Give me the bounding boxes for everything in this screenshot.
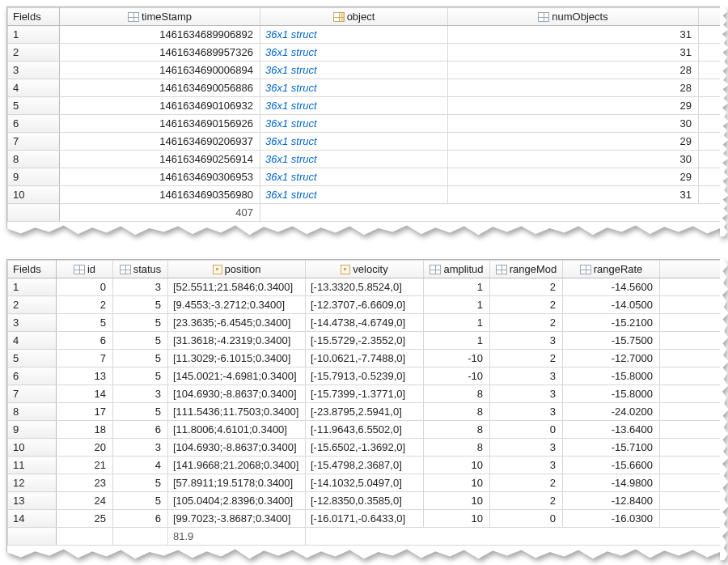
cell-status[interactable]: 3 — [113, 385, 168, 403]
row-index[interactable]: 5 — [8, 350, 57, 367]
table-row[interactable]: 9186[11.8006;4.6101;0.3400][-11.9643,6.5… — [8, 421, 721, 439]
table-row[interactable]: 8146163469025691436x1 struct30 — [8, 151, 721, 168]
cell-position[interactable]: [99.7023;-3.8687;0.3400] — [168, 510, 306, 528]
cell-position[interactable]: [104.6930;-8.8637;0.3400] — [168, 439, 306, 457]
cell-velocity[interactable]: [-15.7399,-1.3771,0] — [306, 385, 424, 403]
cell-rangerate[interactable]: -15.8000 — [563, 385, 660, 403]
cell-object[interactable]: 36x1 struct — [260, 186, 448, 204]
row-index[interactable]: 11 — [8, 457, 57, 474]
row-index[interactable]: 5 — [8, 97, 60, 115]
cell-rangerate[interactable]: -14.0500 — [563, 296, 660, 314]
col-position[interactable]: position — [168, 261, 306, 278]
cell-timestamp[interactable]: 1461634690156926 — [60, 115, 260, 133]
cell-velocity[interactable]: [-11.9643,6.5502,0] — [306, 421, 424, 439]
row-index[interactable]: 7 — [8, 133, 60, 151]
cell-velocity[interactable]: [-15.7913,-0.5239,0] — [306, 367, 424, 385]
row-index[interactable]: 6 — [8, 115, 60, 133]
cell-id[interactable]: 21 — [57, 457, 113, 474]
cell-status[interactable]: 3 — [113, 439, 168, 457]
table-row[interactable]: 2146163468995732636x1 struct31 — [8, 44, 721, 62]
cell-timestamp[interactable]: 1461634690006894 — [60, 62, 260, 79]
cell-numobjects[interactable]: 29 — [448, 97, 699, 115]
row-index[interactable]: 1 — [8, 26, 60, 44]
cell-id[interactable]: 6 — [57, 332, 113, 350]
table-row[interactable]: 103[52.5511;21.5846;0.3400][-13.3320,5.8… — [8, 278, 721, 296]
cell-object[interactable]: 36x1 struct — [260, 133, 448, 151]
cell-rangemode[interactable]: 3 — [490, 367, 563, 385]
cell-status[interactable]: 5 — [113, 492, 168, 510]
cell-position[interactable]: [11.3029;-6.1015;0.3400] — [168, 350, 306, 367]
cell-rangerate[interactable]: -15.6600 — [563, 457, 660, 474]
col-rangemode[interactable]: rangeMod — [490, 261, 563, 278]
row-index[interactable]: 4 — [8, 332, 57, 350]
cell-timestamp[interactable]: 1461634690306953 — [60, 168, 260, 186]
row-index[interactable]: 12 — [8, 474, 57, 492]
cell-id[interactable]: 17 — [57, 403, 113, 421]
cell-amplitude[interactable]: 1 — [424, 296, 490, 314]
cell-object[interactable]: 36x1 struct — [260, 79, 448, 97]
table-row[interactable]: 7143[104.6930;-8.8637;0.3400][-15.7399,-… — [8, 385, 721, 403]
cell-velocity[interactable]: [-15.6502,-1.3692,0] — [306, 439, 424, 457]
cell-rangerate[interactable]: -24.0200 — [563, 403, 660, 421]
cell-status[interactable]: 5 — [113, 314, 168, 332]
col-object[interactable]: object — [260, 8, 448, 26]
cell-id[interactable]: 2 — [57, 296, 113, 314]
table-row[interactable]: 1146163468990689236x1 struct31 — [8, 26, 721, 44]
cell-status[interactable]: 5 — [113, 367, 168, 385]
table-row[interactable]: 3146163469000689436x1 struct28 — [8, 62, 721, 79]
cell-rangerate[interactable]: -15.2100 — [563, 314, 660, 332]
cell-id[interactable]: 5 — [57, 314, 113, 332]
table-row[interactable]: 8175[111.5436;11.7503;0.3400][-23.8795,2… — [8, 403, 721, 421]
cell-numobjects[interactable]: 29 — [448, 133, 699, 151]
cell-rangerate[interactable]: -14.5600 — [563, 278, 660, 296]
cell-velocity[interactable]: [-13.3320,5.8524,0] — [306, 278, 424, 296]
cell-rangerate[interactable]: -16.0300 — [563, 510, 660, 528]
col-id[interactable]: id — [57, 261, 113, 278]
cell-velocity[interactable]: [-23.8795,2.5941,0] — [306, 403, 424, 421]
table-row[interactable]: 14256[99.7023;-3.8687;0.3400][-16.0171,-… — [8, 510, 721, 528]
cell-position[interactable]: [111.5436;11.7503;0.3400] — [168, 403, 306, 421]
cell-timestamp[interactable]: 1461634690106932 — [60, 97, 260, 115]
cell-rangemode[interactable]: 2 — [490, 492, 563, 510]
cell-numobjects[interactable]: 31 — [448, 26, 699, 44]
table-row[interactable]: 5146163469010693236x1 struct29 — [8, 97, 721, 115]
cell-timestamp[interactable]: 1461634690356980 — [60, 186, 260, 204]
cell-amplitude[interactable]: 1 — [424, 314, 490, 332]
cell-numobjects[interactable]: 28 — [448, 79, 699, 97]
cell-amplitude[interactable]: 8 — [424, 403, 490, 421]
cell-rangerate[interactable]: -12.7000 — [563, 350, 660, 367]
cell-amplitude[interactable]: -10 — [424, 367, 490, 385]
cell-rangerate[interactable]: -13.6400 — [563, 421, 660, 439]
cell-id[interactable]: 13 — [57, 367, 113, 385]
cell-timestamp[interactable]: 1461634690206937 — [60, 133, 260, 151]
cell-numobjects[interactable]: 30 — [448, 151, 699, 168]
table-row[interactable]: 12235[57.8911;19.5178;0.3400][-14.1032,5… — [8, 474, 721, 492]
cell-rangemode[interactable]: 0 — [490, 421, 563, 439]
col-numobjects[interactable]: numObjects — [448, 8, 699, 26]
cell-position[interactable]: [105.0404;2.8396;0.3400] — [168, 492, 306, 510]
cell-id[interactable]: 23 — [57, 474, 113, 492]
cell-position[interactable]: [145.0021;-4.6981;0.3400] — [168, 367, 306, 385]
row-index[interactable]: 3 — [8, 314, 57, 332]
cell-status[interactable]: 4 — [113, 457, 168, 474]
cell-position[interactable]: [11.8006;4.6101;0.3400] — [168, 421, 306, 439]
cell-status[interactable]: 5 — [113, 296, 168, 314]
cell-rangemode[interactable]: 2 — [490, 314, 563, 332]
cell-rangemode[interactable]: 3 — [490, 403, 563, 421]
cell-timestamp[interactable]: 1461634690256914 — [60, 151, 260, 168]
table-row[interactable]: 355[23.3635;-6.4545;0.3400][-14.4738,-4.… — [8, 314, 721, 332]
bottom-table[interactable]: Fields id status position velocity ampli… — [7, 260, 721, 546]
cell-amplitude[interactable]: 1 — [424, 278, 490, 296]
table-row[interactable]: 11214[141.9668;21.2068;0.3400][-15.4798,… — [8, 457, 721, 474]
cell-object[interactable]: 36x1 struct — [260, 26, 448, 44]
cell-velocity[interactable]: [-10.0621,-7.7488,0] — [306, 350, 424, 367]
cell-id[interactable]: 14 — [57, 385, 113, 403]
table-row[interactable]: 6135[145.0021;-4.6981;0.3400][-15.7913,-… — [8, 367, 721, 385]
cell-id[interactable]: 7 — [57, 350, 113, 367]
cell-object[interactable]: 36x1 struct — [260, 168, 448, 186]
cell-numobjects[interactable]: 31 — [448, 44, 699, 62]
cell-timestamp[interactable]: 1461634689906892 — [60, 26, 260, 44]
row-index[interactable]: 13 — [8, 492, 57, 510]
cell-rangemode[interactable]: 3 — [490, 457, 563, 474]
cell-numobjects[interactable]: 31 — [448, 186, 699, 204]
